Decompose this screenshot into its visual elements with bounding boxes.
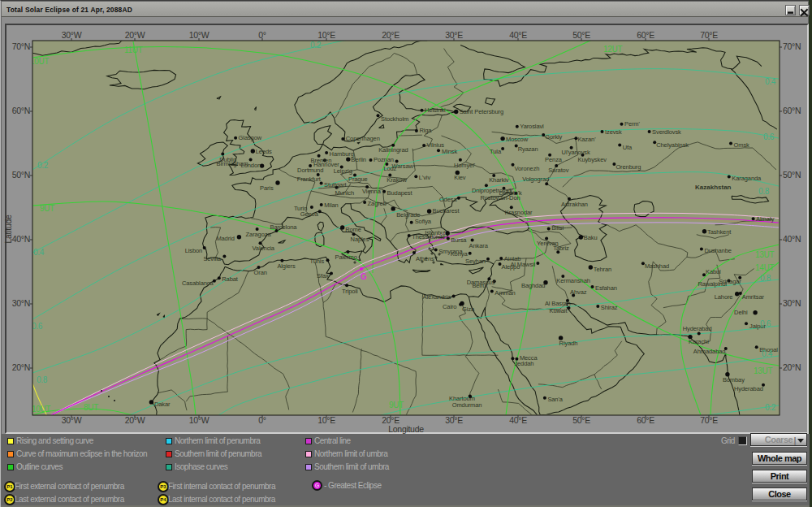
svg-text:Yaroslavl: Yaroslavl — [520, 123, 544, 130]
svg-text:Sevilla: Sevilla — [203, 255, 221, 262]
svg-text:0.2: 0.2 — [37, 161, 49, 170]
svg-text:20°N: 20°N — [12, 362, 30, 372]
svg-text:0.4: 0.4 — [33, 248, 45, 257]
svg-text:Al Mawsil: Al Mawsil — [510, 261, 535, 268]
svg-text:Longitude: Longitude — [388, 424, 424, 434]
svg-text:10UT: 10UT — [32, 405, 50, 414]
svg-text:13UT: 13UT — [754, 366, 772, 375]
svg-text:Omsk: Omsk — [734, 141, 750, 149]
svg-text:Kazakhstan: Kazakhstan — [695, 184, 732, 191]
svg-text:Latitude: Latitude — [3, 214, 13, 243]
svg-text:Kiev: Kiev — [454, 174, 466, 181]
svg-text:50°N: 50°N — [12, 170, 30, 180]
svg-text:Delhi: Delhi — [734, 309, 748, 316]
svg-text:Stuttgart: Stuttgart — [324, 181, 347, 188]
svg-text:70°N: 70°N — [12, 41, 30, 51]
svg-text:Saratov: Saratov — [548, 167, 568, 174]
svg-text:Oran: Oran — [254, 269, 267, 276]
svg-text:Budapest: Budapest — [387, 189, 413, 197]
svg-text:Lisbon: Lisbon — [185, 247, 203, 254]
svg-text:Izevsk: Izevsk — [605, 128, 622, 136]
svg-text:Ufa: Ufa — [623, 144, 633, 151]
svg-text:Mashhad: Mashhad — [645, 262, 669, 270]
svg-text:Chelyabinsk: Chelyabinsk — [656, 141, 689, 149]
svg-text:Munich: Munich — [335, 189, 355, 197]
svg-text:Leeds: Leeds — [256, 148, 272, 155]
svg-text:50°N: 50°N — [783, 170, 801, 180]
svg-text:Almaty: Almaty — [756, 215, 775, 223]
svg-text:Ahmadabad: Ahmadabad — [693, 348, 726, 355]
svg-text:Krasnodar: Krasnodar — [505, 209, 533, 216]
svg-text:0.8: 0.8 — [758, 187, 770, 196]
svg-text:Jeddah: Jeddah — [514, 360, 533, 367]
svg-text:Berlin: Berlin — [351, 156, 366, 163]
svg-text:30°N: 30°N — [783, 298, 801, 308]
svg-text:Volgograd: Volgograd — [522, 176, 549, 183]
svg-text:Amritsar: Amritsar — [742, 293, 765, 301]
svg-text:Orenburg: Orenburg — [615, 163, 641, 171]
svg-text:Cairo: Cairo — [443, 303, 456, 310]
svg-text:Baghdad: Baghdad — [521, 282, 545, 289]
svg-text:14UT: 14UT — [755, 263, 774, 272]
svg-text:Bucharest: Bucharest — [433, 207, 460, 214]
svg-text:0.2: 0.2 — [765, 403, 776, 412]
svg-text:G: G — [361, 272, 367, 281]
svg-text:Tula: Tula — [490, 148, 502, 155]
svg-text:40°N: 40°N — [783, 234, 801, 244]
svg-text:Paris: Paris — [260, 184, 274, 192]
svg-text:Moscow: Moscow — [506, 136, 529, 143]
svg-text:Baku: Baku — [584, 234, 598, 241]
svg-text:Rome: Rome — [345, 226, 361, 233]
svg-text:Seyhan: Seyhan — [465, 258, 486, 265]
svg-text:Prague: Prague — [348, 176, 368, 183]
svg-text:Sfax: Sfax — [317, 272, 329, 280]
svg-text:Gorkiy: Gorkiy — [545, 133, 562, 141]
svg-text:Kuybyskev: Kuybyskev — [578, 156, 607, 163]
svg-text:Lodz: Lodz — [383, 165, 396, 172]
svg-text:Sverdlovsk: Sverdlovsk — [652, 128, 681, 136]
svg-text:Hyderabad: Hyderabad — [683, 325, 712, 332]
svg-text:Alexandria: Alexandria — [423, 293, 451, 301]
svg-text:30°N: 30°N — [12, 298, 30, 308]
svg-text:Ahvaz: Ahvaz — [570, 288, 587, 296]
svg-text:Kuwait: Kuwait — [550, 307, 568, 314]
svg-text:Kermanshah: Kermanshah — [556, 277, 590, 284]
svg-text:Odesa: Odesa — [439, 196, 458, 203]
svg-text:Kharkiv: Kharkiv — [489, 176, 509, 184]
svg-text:Zaragoza: Zaragoza — [246, 231, 272, 238]
svg-text:0.8: 0.8 — [37, 375, 48, 384]
svg-text:Karachi: Karachi — [689, 338, 709, 345]
svg-text:Barcelona: Barcelona — [270, 223, 298, 231]
svg-text:70°N: 70°N — [783, 41, 801, 51]
svg-text:Astrakhan: Astrakhan — [561, 201, 588, 208]
svg-text:Vienna: Vienna — [362, 188, 382, 195]
svg-text:8UT: 8UT — [84, 403, 98, 412]
svg-text:Riga: Riga — [419, 127, 432, 134]
svg-text:60°N: 60°N — [12, 106, 30, 115]
svg-text:Leipzig: Leipzig — [334, 167, 352, 175]
svg-text:Ryazan: Ryazan — [518, 145, 538, 153]
svg-text:Helsinki: Helsinki — [425, 106, 446, 114]
svg-text:Bombay: Bombay — [723, 376, 745, 384]
svg-text:0.6: 0.6 — [32, 322, 43, 331]
svg-text:Giza: Giza — [462, 306, 475, 313]
svg-text:Birmingham: Birmingham — [217, 160, 248, 167]
svg-text:Hyderabad: Hyderabad — [734, 385, 763, 392]
svg-text:12UT: 12UT — [603, 45, 622, 54]
svg-text:Sofiya: Sofiya — [415, 218, 432, 225]
svg-text:0.4: 0.4 — [765, 77, 776, 86]
svg-text:Palermo: Palermo — [335, 254, 357, 261]
svg-text:0.4: 0.4 — [762, 349, 773, 358]
svg-text:Tripoli: Tripoli — [342, 288, 358, 295]
svg-text:Bursa: Bursa — [451, 236, 467, 244]
svg-text:Voronezh: Voronezh — [515, 165, 540, 172]
svg-text:Milan: Milan — [324, 202, 338, 209]
svg-text:Al Basrah: Al Basrah — [545, 300, 571, 307]
svg-text:Kaliningrad: Kaliningrad — [378, 146, 408, 154]
svg-text:Saint Petersburg: Saint Petersburg — [460, 108, 503, 115]
svg-text:60°N: 60°N — [783, 106, 801, 115]
svg-text:0.6: 0.6 — [760, 319, 771, 328]
svg-text:Krakow: Krakow — [387, 176, 407, 184]
svg-text:Tashkent: Tashkent — [707, 228, 732, 236]
svg-text:Konya: Konya — [451, 250, 469, 258]
